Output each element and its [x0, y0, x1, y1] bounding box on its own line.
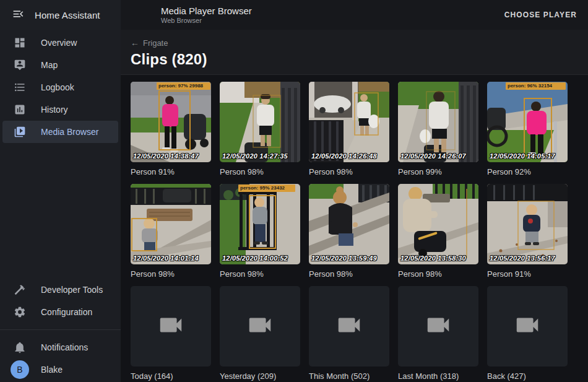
clip-caption: Person 98% — [309, 167, 389, 176]
folder-tile-today[interactable]: Today (164) — [131, 286, 211, 381]
video-camera-icon — [424, 311, 452, 342]
clip-thumbnail: 12/05/2020 13:56:17 — [487, 184, 568, 264]
clip-preview-image — [220, 184, 300, 264]
clip-thumbnail: 12/05/2020 13:58:30 — [398, 184, 478, 264]
sidebar-item-developer-tools[interactable]: Developer Tools — [2, 279, 118, 301]
clip-caption: Person 91% — [131, 167, 211, 176]
gear-icon — [12, 305, 27, 319]
user-name: Blake — [41, 365, 63, 375]
clip-tile[interactable]: 12/05/2020 13:59:49 Person 98% — [309, 184, 389, 279]
clip-tile[interactable]: 12/05/2020 14:26:48 Person 98% — [309, 82, 389, 176]
clip-timestamp: 12/05/2020 13:58:30 — [400, 254, 466, 262]
video-camera-icon — [335, 311, 363, 342]
app-title: Home Assistant — [35, 10, 100, 20]
clip-tile[interactable]: 12/05/2020 13:56:17 Person 91% — [487, 184, 568, 279]
clip-thumbnail: 12/05/2020 14:27:35 — [220, 82, 300, 162]
sidebar-header: Home Assistant — [0, 0, 121, 30]
clip-caption: Person 98% — [220, 269, 300, 279]
clip-preview-image — [131, 184, 211, 264]
clip-caption: Person 92% — [487, 167, 568, 176]
clip-preview-image — [398, 184, 478, 264]
clip-timestamp: 12/05/2020 13:56:17 — [490, 254, 555, 262]
clip-thumbnail: person: 96% 32154 12/05/2020 14:05:17 — [487, 82, 568, 162]
clip-tile[interactable]: person: 95% 23432 12/05/2020 14:00:52 Pe… — [220, 184, 300, 279]
clip-tile[interactable]: 12/05/2020 13:58:30 Person 98% — [398, 184, 478, 279]
folder-thumbnail — [131, 286, 211, 367]
choose-player-button[interactable]: CHOOSE PLAYER — [502, 6, 579, 24]
sidebar-item-notifications[interactable]: Notifications — [2, 336, 118, 358]
clip-tile[interactable]: person: 97% 29988 12/05/2020 14:38:47 Pe… — [131, 82, 211, 176]
tooltip-account-icon — [12, 58, 27, 72]
hammer-icon — [12, 282, 27, 297]
sidebar-item-user-profile[interactable]: B Blake — [2, 358, 118, 381]
menu-open-icon — [12, 7, 25, 22]
sidebar-item-history[interactable]: History — [2, 98, 118, 121]
detection-label-chip: person: 95% 23432 — [238, 184, 295, 192]
list-bulleted-icon — [12, 80, 27, 95]
detection-label-chip: person: 96% 32154 — [506, 82, 566, 90]
folder-tile-this-month[interactable]: This Month (502) — [309, 286, 389, 381]
sidebar-item-media-browser[interactable]: Media Browser — [2, 121, 118, 143]
clip-preview-image — [309, 184, 389, 264]
clip-thumbnail: 12/05/2020 14:26:48 — [309, 82, 389, 162]
clip-caption: Person 98% — [309, 269, 389, 279]
folder-label: This Month (502) — [309, 371, 389, 381]
folder-tile-back[interactable]: Back (427) — [487, 286, 568, 381]
folder-label: Today (164) — [131, 371, 211, 381]
breadcrumb-back[interactable]: ← Frigate — [131, 38, 168, 48]
sidebar-toggle-button[interactable] — [9, 6, 27, 24]
breadcrumb-label: Frigate — [143, 38, 168, 48]
top-bar: Home Assistant Media Player Browser Web … — [0, 0, 588, 30]
clip-thumbnail: person: 95% 23432 12/05/2020 14:00:52 — [220, 184, 300, 264]
app-header: Media Player Browser Web Browser CHOOSE … — [121, 0, 588, 30]
clip-preview-image — [131, 82, 211, 162]
page-title: Media Player Browser — [161, 6, 252, 16]
folder-tile-last-month[interactable]: Last Month (318) — [398, 286, 478, 381]
sidebar: Overview Map Logbook History Media Brows… — [0, 30, 121, 382]
sidebar-item-logbook[interactable]: Logbook — [2, 76, 118, 98]
clip-timestamp: 12/05/2020 14:01:14 — [133, 254, 199, 262]
clip-caption: Person 99% — [398, 167, 478, 176]
media-grid: person: 97% 29988 12/05/2020 14:38:47 Pe… — [121, 75, 588, 382]
folder-thumbnail — [487, 286, 568, 367]
content-header: ← Frigate Clips (820) — [121, 30, 588, 75]
clip-tile[interactable]: 12/05/2020 14:26:07 Person 99% — [398, 82, 478, 176]
sidebar-item-overview[interactable]: Overview — [2, 32, 118, 54]
folder-label: Last Month (318) — [398, 371, 478, 381]
clip-thumbnail: 12/05/2020 14:26:07 — [398, 82, 478, 162]
sidebar-footer: Developer Tools Configuration Notificati… — [0, 279, 121, 382]
clip-preview-image — [398, 82, 478, 162]
clip-caption: Person 98% — [220, 167, 300, 176]
clip-preview-image — [487, 82, 568, 162]
detection-label-chip: person: 97% 29988 — [157, 82, 210, 90]
folder-thumbnail — [398, 286, 478, 367]
folder-label: Yesterday (209) — [220, 371, 300, 381]
page-subtitle: Web Browser — [161, 17, 252, 25]
avatar: B — [11, 360, 29, 379]
sidebar-divider — [0, 329, 121, 330]
folder-tile-yesterday[interactable]: Yesterday (209) — [220, 286, 300, 381]
sidebar-item-configuration[interactable]: Configuration — [2, 301, 118, 323]
page-title-block: Media Player Browser Web Browser — [161, 6, 252, 25]
bell-icon — [12, 340, 27, 355]
clip-tile[interactable]: 12/05/2020 14:27:35 Person 98% — [220, 82, 300, 176]
page-heading: Clips (820) — [131, 51, 578, 68]
play-box-multiple-icon — [12, 124, 27, 139]
clip-timestamp: 12/05/2020 14:38:47 — [133, 152, 199, 160]
chart-box-icon — [12, 102, 27, 117]
clip-tile[interactable]: person: 96% 32154 12/05/2020 14:05:17 Pe… — [487, 82, 568, 176]
view-dashboard-icon — [12, 35, 27, 50]
sidebar-item-map[interactable]: Map — [2, 54, 118, 76]
clip-timestamp: 12/05/2020 14:26:48 — [311, 152, 377, 160]
clip-caption: Person 91% — [487, 269, 568, 279]
clip-thumbnail: 12/05/2020 14:01:14 — [131, 184, 211, 264]
clip-tile[interactable]: 12/05/2020 14:01:14 Person 98% — [131, 184, 211, 279]
clip-thumbnail: 12/05/2020 13:59:49 — [309, 184, 389, 264]
clip-timestamp: 12/05/2020 14:26:07 — [400, 152, 466, 160]
video-camera-icon — [157, 311, 185, 342]
clip-caption: Person 98% — [398, 269, 478, 279]
clip-timestamp: 12/05/2020 14:05:17 — [490, 152, 555, 160]
folder-thumbnail — [309, 286, 389, 367]
back-arrow-icon: ← — [131, 38, 139, 48]
clip-timestamp: 12/05/2020 13:59:49 — [311, 254, 377, 262]
